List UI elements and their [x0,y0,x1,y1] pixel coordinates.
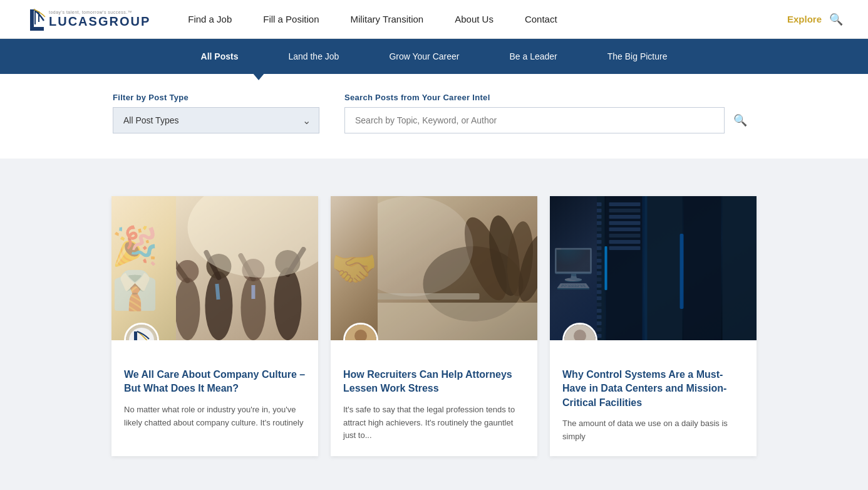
nav-links: Find a Job Fill a Position Military Tran… [188,14,787,24]
sub-nav-the-big-picture[interactable]: The Big Picture [607,51,668,61]
sub-nav-grow-your-career[interactable]: Grow Your Career [389,51,459,61]
svg-rect-56 [597,309,602,313]
card-1-title[interactable]: We All Care About Company Culture – But … [124,368,306,396]
nav-right: Explore 🔍 [787,13,843,26]
card-1-avatar [124,323,159,340]
filter-group-post-type: Filter by Post Type All Post Types ⌄ [113,93,319,133]
main-nav: today's talent, tomorrow's success.™ LUC… [0,0,868,39]
lucas-logo-avatar [126,325,157,340]
svg-rect-70 [609,221,641,225]
svg-rect-74 [609,246,641,250]
search-icon-nav[interactable]: 🔍 [829,13,843,26]
logo-name: LUCASGROUP [49,14,150,29]
nav-link-military-transition[interactable]: Military Transition [350,14,423,24]
card-2-avatar [343,323,378,340]
content-spacer [0,159,868,196]
search-label: Search Posts from Your Career Intel [344,93,755,102]
svg-rect-51 [597,278,602,281]
svg-rect-76 [680,234,684,309]
svg-rect-35 [645,196,683,340]
sub-nav-all-posts[interactable]: All Posts [201,51,239,61]
card-1-excerpt: No matter what role or industry you're i… [124,404,306,430]
svg-rect-54 [597,296,602,300]
card-2-excerpt: It's safe to say that the legal professi… [343,404,525,442]
svg-rect-42 [597,221,602,225]
filter-post-type-select[interactable]: All Post Types [113,107,319,133]
svg-rect-57 [597,315,602,319]
svg-rect-47 [597,253,602,256]
card-2-body: How Recruiters Can Help Attorneys Lessen… [331,340,537,455]
svg-rect-50 [597,271,602,275]
nav-link-find-a-job[interactable]: Find a Job [188,14,232,24]
card-1: We All Care About Company Culture – But … [111,196,318,456]
card-3-avatar [562,323,597,340]
svg-rect-60 [597,334,602,338]
logo[interactable]: today's talent, tomorrow's success.™ LUC… [25,7,150,32]
svg-rect-66 [605,246,607,290]
svg-rect-71 [609,227,641,231]
explore-link[interactable]: Explore [787,14,822,24]
logo-text: today's talent, tomorrow's success.™ LUC… [49,10,150,29]
cards-section: We All Care About Company Culture – But … [0,196,868,481]
svg-rect-49 [597,265,602,269]
svg-rect-41 [597,215,602,219]
svg-rect-72 [609,234,641,237]
search-group: Search Posts from Your Career Intel 🔍 [344,93,755,133]
card-2-title[interactable]: How Recruiters Can Help Attorneys Lessen… [343,368,525,396]
svg-rect-36 [684,196,721,340]
search-wrapper: 🔍 [344,107,755,133]
card-1-image [111,196,318,340]
man2-avatar [564,325,596,340]
svg-rect-53 [597,290,602,294]
filter-post-type-label: Filter by Post Type [113,93,319,102]
card-3-excerpt: The amount of data we use on a daily bas… [562,417,744,444]
search-button[interactable]: 🔍 [724,107,755,133]
svg-rect-37 [723,196,757,340]
svg-rect-69 [609,215,641,219]
card-1-body: We All Care About Company Culture – But … [111,340,318,442]
nav-link-contact[interactable]: Contact [525,14,557,24]
sub-nav: All Posts Land the Job Grow Your Career … [0,39,868,74]
sub-nav-arrow [252,73,265,80]
svg-point-8 [274,268,302,340]
sub-nav-be-a-leader[interactable]: Be a Leader [509,51,557,61]
svg-rect-46 [597,246,602,250]
man1-avatar [345,325,376,340]
nav-link-fill-a-position[interactable]: Fill a Position [263,14,319,24]
svg-rect-15 [252,285,256,299]
svg-rect-55 [597,303,602,306]
svg-point-4 [205,271,233,340]
filter-section: Filter by Post Type All Post Types ⌄ Sea… [0,74,868,159]
svg-point-6 [241,275,266,340]
card-2-image [331,196,537,340]
svg-rect-39 [597,202,602,206]
svg-rect-68 [609,209,641,212]
logo-tagline: today's talent, tomorrow's success.™ [49,10,150,14]
card-2: How Recruiters Can Help Attorneys Lessen… [331,196,537,456]
card-3-body: Why Control Systems Are a Must-Have in D… [550,340,757,456]
svg-rect-45 [597,240,602,244]
logo-icon [25,7,49,32]
search-input[interactable] [344,107,755,133]
sub-nav-land-the-job[interactable]: Land the Job [288,51,339,61]
svg-rect-48 [597,259,602,263]
card-3-image [550,196,757,340]
svg-rect-58 [597,321,602,325]
svg-rect-73 [609,240,641,244]
nav-link-about-us[interactable]: About Us [455,14,493,24]
card-3: Why Control Systems Are a Must-Have in D… [550,196,757,456]
svg-rect-43 [597,227,602,231]
svg-rect-75 [643,196,648,340]
card-3-title[interactable]: Why Control Systems Are a Must-Have in D… [562,368,744,410]
search-icon: 🔍 [733,113,747,127]
svg-rect-59 [597,328,602,331]
svg-rect-40 [597,209,602,212]
cards-grid: We All Care About Company Culture – But … [111,196,757,456]
svg-rect-67 [609,202,641,206]
svg-rect-52 [597,284,602,288]
svg-point-2 [176,278,200,340]
svg-rect-44 [597,234,602,237]
filter-select-wrapper: All Post Types ⌄ [113,107,319,133]
